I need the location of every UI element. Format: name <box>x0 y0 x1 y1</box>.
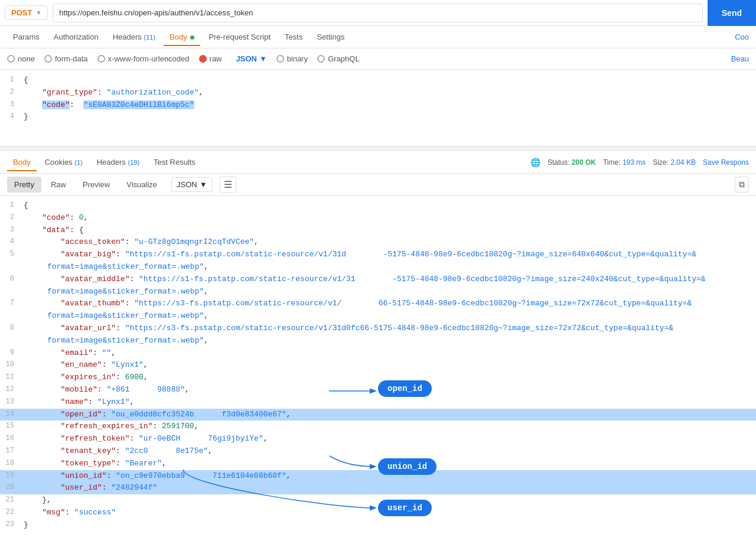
json-chevron-icon: ▼ <box>259 54 267 63</box>
resp-line-16: 16 "refresh_token": "ur-0eBCH 76gi9jbyiY… <box>0 433 756 445</box>
top-bar: POST ▼ Send <box>0 0 756 26</box>
body-dot-icon <box>190 35 194 40</box>
response-time: 193 ms <box>623 158 646 167</box>
req-line-1: 1 { <box>0 74 756 87</box>
resp-line-12: 12 "mobile": "+861 98888", <box>0 384 756 396</box>
json-select[interactable]: JSON ▼ <box>171 177 213 192</box>
vtab-preview[interactable]: Preview <box>76 177 117 193</box>
resp-line-6: 6 "avatar_middle": "https://s1-fs.pstatp… <box>0 273 756 286</box>
resp-line-8: 8 "avatar_url": "https://s3-fs.pstatp.co… <box>0 322 756 335</box>
radio-form-data-dot <box>44 55 52 63</box>
tab-authorization[interactable]: Authorization <box>48 28 105 46</box>
url-input[interactable] <box>53 4 702 22</box>
req-line-2: 2 "grant_type": "authorization_code", <box>0 87 756 99</box>
resp-line-3: 3 "data": { <box>0 224 756 237</box>
json-select-chevron-icon: ▼ <box>200 180 207 189</box>
tab-settings[interactable]: Settings <box>311 28 350 46</box>
method-chevron-icon: ▼ <box>35 9 41 16</box>
tab-pre-request[interactable]: Pre-request Script <box>203 28 276 46</box>
resp-line-18: 18 "token_type": "Bearer", <box>0 458 756 470</box>
resp-line-14: 14 "open_id": "ou_e0ddd8cfc3524b f3d0e83… <box>0 409 756 421</box>
rtab-test-results[interactable]: Test Results <box>148 153 201 171</box>
response-lines: 1{ 2 "code": 0, 3 "data": { 4 "access_to… <box>0 196 756 535</box>
rtab-body[interactable]: Body <box>7 153 37 171</box>
resp-line-8b: format=image&sticker_format=.webp", <box>0 335 756 347</box>
req-line-4: 4 } <box>0 111 756 123</box>
resp-line-9: 9 "email": "", <box>0 347 756 360</box>
headers-badge: (11) <box>144 34 155 41</box>
resp-line-7b: format=image&sticker_format=.webp", <box>0 310 756 322</box>
rtab-headers[interactable]: Headers (19) <box>91 153 145 171</box>
request-editor: 1 { 2 "grant_type": "authorization_code"… <box>0 70 756 151</box>
vtab-pretty[interactable]: Pretty <box>7 177 41 193</box>
resp-line-10: 10 "en_name": "Lynx1", <box>0 359 756 371</box>
radio-form-data[interactable]: form-data <box>44 54 88 63</box>
send-button[interactable]: Send <box>708 0 756 26</box>
rtab-cookies[interactable]: Cookies (1) <box>39 153 89 171</box>
radio-raw-dot <box>199 55 207 63</box>
status-info: 🌐 Status: 200 OK Time: 193 ms Size: 2.04… <box>530 158 749 167</box>
resp-line-15: 15 "refresh_expires_in": 2591700, <box>0 421 756 433</box>
resp-line-6b: format=image&sticker_format=.webp", <box>0 286 756 298</box>
tab-tests[interactable]: Tests <box>279 28 308 46</box>
resp-line-22: 22 "msg": "success" <box>0 507 756 519</box>
resp-line-23: 23} <box>0 519 756 532</box>
radio-none[interactable]: none <box>7 54 35 63</box>
req-line-3: 3 "code": "sE0A83Z0c4eDHllBl6mp5c" <box>0 99 756 112</box>
resp-line-20: 20 "user_id": "2482944f" <box>0 482 756 494</box>
vtab-raw[interactable]: Raw <box>44 177 73 193</box>
view-tabs-row: Pretty Raw Preview Visualize JSON ▼ ☰ ⧉ <box>0 174 756 196</box>
method-select[interactable]: POST ▼ <box>5 5 48 20</box>
resp-line-11: 11 "expires_in": 6900, <box>0 371 756 384</box>
copy-icon[interactable]: ⧉ <box>735 177 749 193</box>
resp-line-5: 5 "avatar_big": "https://s1-fs.pstatp.co… <box>0 249 756 261</box>
resp-line-21: 21 }, <box>0 494 756 507</box>
tab-headers[interactable]: Headers (11) <box>107 28 161 46</box>
response-size: 2.04 KB <box>670 158 696 167</box>
resp-line-4: 4 "access_token": "u-GTz8gO1mqngrI2cqTdV… <box>0 236 756 249</box>
request-tabs-row: Params Authorization Headers (11) Body P… <box>0 26 756 48</box>
resp-line-19: 19 "union_id": "on_c9e970ebba9 711e6104e… <box>0 470 756 483</box>
app-container: POST ▼ Send Params Authorization Headers… <box>0 0 756 541</box>
json-dropdown[interactable]: JSON ▼ <box>236 54 267 63</box>
request-code-block: 1 { 2 "grant_type": "authorization_code"… <box>0 70 756 146</box>
radio-urlencoded-dot <box>97 55 105 63</box>
radio-binary-dot <box>276 55 284 63</box>
radio-binary[interactable]: binary <box>276 54 308 63</box>
resp-line-17: 17 "tenant_key": "2cc0 8e175e", <box>0 445 756 458</box>
resp-line-5b: format=image&sticker_format=.webp", <box>0 261 756 273</box>
filter-icon[interactable]: ☰ <box>220 176 236 193</box>
save-response-button[interactable]: Save Respons <box>703 158 749 167</box>
resp-line-13: 13 "name": "Lynx1", <box>0 396 756 409</box>
response-code-block: 1{ 2 "code": 0, 3 "data": { 4 "access_to… <box>0 196 756 541</box>
resp-line-7: 7 "avatar_thumb": "https://s3-fs.pstatp.… <box>0 298 756 310</box>
beautify-label[interactable]: Beau <box>731 54 749 63</box>
resp-line-1: 1{ <box>0 200 756 212</box>
coo-label: Coo <box>735 32 749 41</box>
tab-body[interactable]: Body <box>164 28 200 46</box>
radio-raw[interactable]: raw <box>199 54 222 63</box>
body-type-row: none form-data x-www-form-urlencoded raw… <box>0 48 756 70</box>
response-tabs-row: Body Cookies (1) Headers (19) Test Resul… <box>0 151 756 174</box>
radio-graphql-dot <box>317 55 325 63</box>
radio-urlencoded[interactable]: x-www-form-urlencoded <box>97 54 190 63</box>
status-ok: 200 OK <box>572 158 596 167</box>
resp-line-2: 2 "code": 0, <box>0 212 756 224</box>
radio-none-dot <box>7 55 15 63</box>
vtab-visualize[interactable]: Visualize <box>119 177 164 193</box>
globe-icon: 🌐 <box>530 158 540 167</box>
method-label: POST <box>11 8 32 17</box>
radio-graphql[interactable]: GraphQL <box>317 54 359 63</box>
tab-params[interactable]: Params <box>7 28 45 46</box>
